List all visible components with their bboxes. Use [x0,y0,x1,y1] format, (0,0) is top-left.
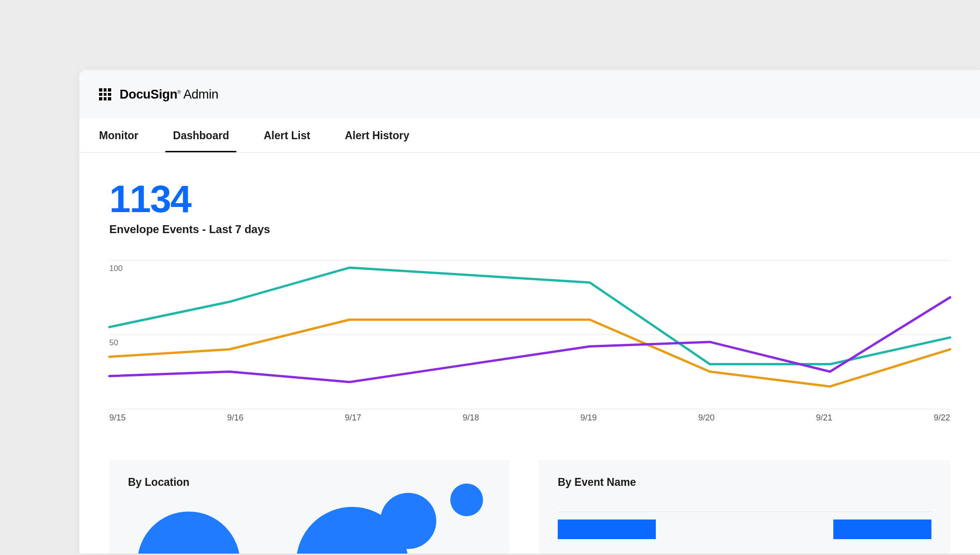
dashboard-content: 1134 Envelope Events - Last 7 days 100 5… [79,153,980,554]
app-switcher-icon[interactable] [99,88,111,100]
envelope-events-chart: 100 50 9/15 9/16 9/17 9/18 9/19 9/20 9/2… [109,260,950,409]
line-series-purple [109,298,950,382]
line-series-orange [109,320,950,386]
card-title-location: By Location [128,476,490,489]
tab-dashboard[interactable]: Dashboard [173,119,229,152]
metric-value: 1134 [109,180,950,218]
tab-monitor[interactable]: Monitor [99,119,138,152]
event-bar-row [558,512,931,539]
brand-title: DocuSign® Admin [120,87,218,102]
brand-prefix: DocuSign [120,87,178,101]
nav-bar: Monitor Dashboard Alert List Alert Histo… [79,119,980,153]
event-bar-2 [833,519,931,539]
card-title-event: By Event Name [558,476,931,489]
x-tick: 9/17 [345,413,361,423]
admin-window: DocuSign® Admin Monitor Dashboard Alert … [79,70,980,554]
x-tick: 9/19 [581,413,597,423]
line-chart-svg [109,260,950,409]
top-bar: DocuSign® Admin [79,70,980,119]
event-bar-1 [558,519,656,539]
bubble-small [450,484,483,516]
bubble-medium [380,493,436,549]
x-tick: 9/20 [698,413,715,423]
metric-label: Envelope Events - Last 7 days [109,223,950,236]
x-tick: 9/22 [934,413,950,423]
x-axis-ticks: 9/15 9/16 9/17 9/18 9/19 9/20 9/21 9/22 [109,413,950,423]
x-tick: 9/21 [816,413,832,423]
cards-row: By Location By Event Name [109,460,950,554]
line-series-teal [109,268,950,364]
card-by-event-name: By Event Name [539,460,950,554]
x-tick: 9/16 [227,413,243,423]
x-tick: 9/18 [462,413,479,423]
tab-alert-list[interactable]: Alert List [263,119,310,152]
bubble-large-1 [137,512,240,554]
card-by-location: By Location [109,460,509,554]
tab-alert-history[interactable]: Alert History [345,119,409,152]
x-tick: 9/15 [109,413,126,423]
brand-suffix: Admin [183,87,218,101]
